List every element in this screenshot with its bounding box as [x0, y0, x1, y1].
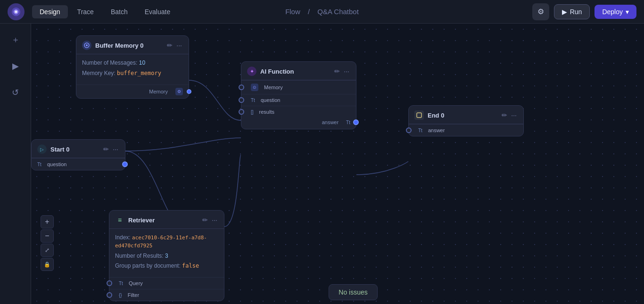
- deploy-button[interactable]: Deploy ▾: [594, 5, 636, 19]
- run-button[interactable]: ▶ Run: [554, 4, 590, 19]
- lock-button[interactable]: 🔒: [41, 258, 54, 271]
- svg-point-3: [86, 44, 88, 46]
- ai-question-port: Tt question: [241, 94, 356, 106]
- num-messages-prop: Number of Messages: 10: [82, 59, 183, 67]
- memory-key-prop: Memory Key: buffer_memory: [82, 69, 183, 77]
- ai-function-header: ✦ AI Function ✏ ···: [241, 62, 356, 80]
- tab-design[interactable]: Design: [32, 5, 68, 18]
- retriever-edit-button[interactable]: ✏: [201, 215, 209, 225]
- retriever-title: Retriever: [128, 217, 198, 224]
- buffer-memory-more-button[interactable]: ···: [175, 41, 183, 50]
- tab-trace[interactable]: Trace: [70, 5, 101, 18]
- buffer-memory-title: Buffer Memory 0: [95, 42, 162, 49]
- end-icon: [414, 110, 424, 120]
- start-edit-button[interactable]: ✏: [102, 144, 110, 154]
- end-header: End 0 ✏ ···: [409, 106, 523, 124]
- ai-answer-port: answer Tt: [241, 118, 356, 129]
- end-edit-button[interactable]: ✏: [501, 110, 508, 120]
- ai-function-more-button[interactable]: ···: [343, 67, 350, 76]
- ai-function-title: AI Function: [260, 68, 330, 75]
- start-title: Start 0: [50, 146, 99, 153]
- retriever-body: Index: acec7010-6c29-11ef-a7d8-ed470cfd7…: [109, 229, 224, 277]
- history-button[interactable]: ↺: [7, 84, 24, 101]
- buffer-memory-body: Number of Messages: 10 Memory Key: buffe…: [76, 54, 189, 84]
- buffer-memory-edit-button[interactable]: ✏: [166, 41, 173, 50]
- settings-button[interactable]: ⚙: [532, 3, 549, 20]
- svg-rect-4: [417, 113, 421, 118]
- zoom-out-button[interactable]: −: [41, 229, 54, 243]
- memory-icon: [82, 41, 91, 50]
- canvas: Buffer Memory 0 ✏ ··· Number of Messages…: [31, 24, 644, 304]
- play-button[interactable]: ▶: [7, 58, 24, 75]
- start-question-port: Tt question: [32, 158, 125, 170]
- end-answer-port: Tt answer: [409, 124, 523, 136]
- retriever-header: ≡ Retriever ✏ ···: [109, 211, 224, 229]
- no-issues-badge: No issues: [329, 284, 377, 300]
- status-bar: No issues: [62, 280, 644, 304]
- breadcrumb: Flow / Q&A Chatbot: [282, 8, 362, 16]
- end-title: End 0: [428, 112, 497, 119]
- end-more-button[interactable]: ···: [510, 110, 518, 120]
- index-prop: Index: acec7010-6c29-11ef-a7d8-ed470cfd7…: [115, 234, 218, 250]
- svg-point-1: [15, 10, 17, 13]
- retriever-icon: ≡: [115, 215, 124, 225]
- left-sidebar: ＋ ▶ ↺: [0, 24, 31, 304]
- zoom-in-button[interactable]: +: [41, 215, 54, 228]
- top-nav: Design Trace Batch Evaluate Flow / Q&A C…: [0, 0, 644, 24]
- tab-evaluate[interactable]: Evaluate: [137, 5, 178, 18]
- nav-actions: ⚙ ▶ Run Deploy ▾: [532, 3, 636, 20]
- start-header: ▷ Start 0 ✏ ···: [32, 140, 125, 158]
- nav-tabs: Design Trace Batch Evaluate: [32, 5, 178, 18]
- tab-batch[interactable]: Batch: [103, 5, 135, 18]
- start-node: ▷ Start 0 ✏ ··· Tt question: [31, 139, 125, 170]
- retriever-more-button[interactable]: ···: [211, 215, 218, 225]
- ai-function-edit-button[interactable]: ✏: [333, 67, 341, 76]
- memory-output-port: Memory ⚙: [76, 84, 189, 98]
- chevron-down-icon: ▾: [626, 8, 629, 16]
- add-button[interactable]: ＋: [7, 31, 24, 48]
- ai-results-port: [] results: [241, 106, 356, 118]
- buffer-memory-header: Buffer Memory 0 ✏ ···: [76, 36, 189, 54]
- zoom-controls: + − ⤢ 🔒: [41, 215, 54, 271]
- group-parts-prop: Group parts by document: false: [115, 262, 218, 270]
- ai-function-icon: ✦: [247, 67, 256, 76]
- fit-button[interactable]: ⤢: [41, 244, 54, 257]
- end-node: End 0 ✏ ··· Tt answer: [408, 105, 524, 136]
- buffer-memory-node: Buffer Memory 0 ✏ ··· Number of Messages…: [76, 35, 189, 99]
- logo: [8, 3, 25, 20]
- ai-function-node: ✦ AI Function ✏ ··· ⊙ Memory Tt question…: [241, 61, 356, 129]
- run-icon: ▶: [562, 8, 567, 16]
- ai-memory-port: ⊙ Memory: [241, 80, 356, 94]
- start-icon: ▷: [37, 144, 47, 154]
- start-more-button[interactable]: ···: [112, 144, 119, 154]
- num-results-prop: Number of Results: 3: [115, 252, 218, 260]
